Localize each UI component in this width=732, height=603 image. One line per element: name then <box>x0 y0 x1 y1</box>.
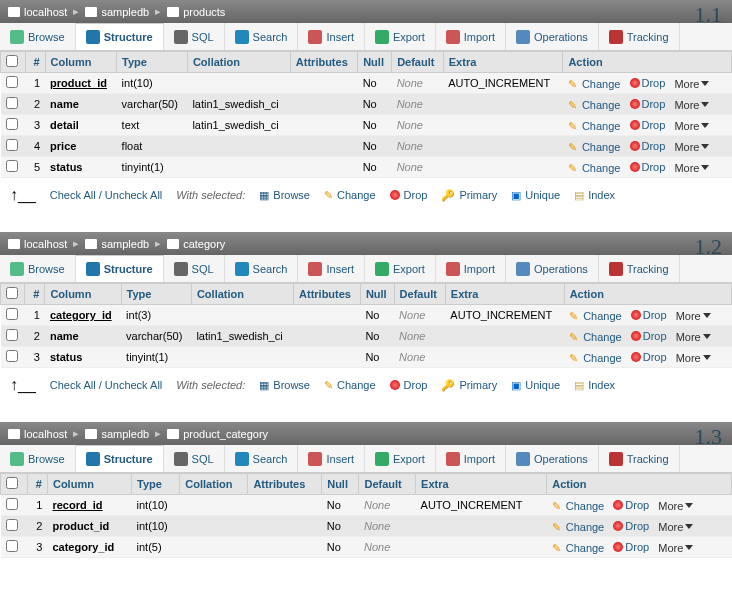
change-button[interactable]: ✎Change <box>568 99 621 111</box>
tab-insert[interactable]: Insert <box>298 23 365 50</box>
drop-button[interactable]: Drop <box>630 140 666 152</box>
tab-tracking[interactable]: Tracking <box>599 23 680 50</box>
row-checkbox[interactable] <box>6 350 18 362</box>
check-all[interactable] <box>6 287 18 299</box>
row-checkbox[interactable] <box>6 139 18 151</box>
check-all[interactable] <box>6 55 18 67</box>
tab-browse[interactable]: Browse <box>0 445 76 472</box>
change-button[interactable]: ✎Change <box>568 141 621 153</box>
footer-unique[interactable]: ▣Unique <box>511 379 560 392</box>
tab-insert[interactable]: Insert <box>298 255 365 282</box>
tab-tracking[interactable]: Tracking <box>599 445 680 472</box>
more-button[interactable]: More <box>658 542 693 554</box>
drop-button[interactable]: Drop <box>613 520 649 532</box>
change-button[interactable]: ✎Change <box>569 310 622 322</box>
footer-primary[interactable]: 🔑Primary <box>441 379 497 392</box>
breadcrumb-link[interactable]: localhost <box>24 238 67 250</box>
drop-button[interactable]: Drop <box>613 499 649 511</box>
more-button[interactable]: More <box>676 352 711 364</box>
drop-button[interactable]: Drop <box>630 77 666 89</box>
row-checkbox[interactable] <box>6 76 18 88</box>
footer-browse[interactable]: ▦Browse <box>259 379 310 392</box>
change-button[interactable]: ✎Change <box>568 78 621 90</box>
check-all[interactable] <box>6 477 18 489</box>
more-button[interactable]: More <box>674 99 709 111</box>
check-all-link[interactable]: Check All / Uncheck All <box>50 379 163 391</box>
col-column[interactable]: Column <box>45 52 116 73</box>
tab-export[interactable]: Export <box>365 23 436 50</box>
tab-insert[interactable]: Insert <box>298 445 365 472</box>
drop-button[interactable]: Drop <box>630 98 666 110</box>
tab-structure[interactable]: Structure <box>76 23 164 50</box>
breadcrumb-link[interactable]: category <box>183 238 225 250</box>
tab-search[interactable]: Search <box>225 255 299 282</box>
footer-change[interactable]: ✎Change <box>324 379 376 392</box>
breadcrumb-link[interactable]: sampledb <box>101 428 149 440</box>
tab-browse[interactable]: Browse <box>0 23 76 50</box>
row-checkbox[interactable] <box>6 97 18 109</box>
row-checkbox[interactable] <box>6 329 18 341</box>
drop-button[interactable]: Drop <box>631 351 667 363</box>
tab-export[interactable]: Export <box>365 255 436 282</box>
more-button[interactable]: More <box>658 521 693 533</box>
row-checkbox[interactable] <box>6 118 18 130</box>
footer-drop[interactable]: Drop <box>390 379 428 391</box>
more-button[interactable]: More <box>674 120 709 132</box>
row-checkbox[interactable] <box>6 498 18 510</box>
row-checkbox[interactable] <box>6 308 18 320</box>
change-button[interactable]: ✎Change <box>569 331 622 343</box>
change-button[interactable]: ✎Change <box>552 521 605 533</box>
breadcrumb-link[interactable]: sampledb <box>101 238 149 250</box>
change-button[interactable]: ✎Change <box>568 120 621 132</box>
tab-import[interactable]: Import <box>436 23 506 50</box>
more-button[interactable]: More <box>658 500 693 512</box>
breadcrumb-link[interactable]: localhost <box>24 6 67 18</box>
footer-primary[interactable]: 🔑Primary <box>441 189 497 202</box>
more-button[interactable]: More <box>674 141 709 153</box>
drop-button[interactable]: Drop <box>630 119 666 131</box>
more-button[interactable]: More <box>674 78 709 90</box>
footer-change[interactable]: ✎Change <box>324 189 376 202</box>
more-button[interactable]: More <box>676 331 711 343</box>
footer-drop[interactable]: Drop <box>390 189 428 201</box>
breadcrumb-link[interactable]: product_category <box>183 428 268 440</box>
footer-index[interactable]: ▤Index <box>574 189 615 202</box>
tab-operations[interactable]: Operations <box>506 445 599 472</box>
tab-structure[interactable]: Structure <box>76 445 164 472</box>
tab-sql[interactable]: SQL <box>164 23 225 50</box>
breadcrumb-link[interactable]: localhost <box>24 428 67 440</box>
tab-search[interactable]: Search <box>225 23 299 50</box>
change-button[interactable]: ✎Change <box>552 500 605 512</box>
tab-export[interactable]: Export <box>365 445 436 472</box>
change-button[interactable]: ✎Change <box>568 162 621 174</box>
col-column[interactable]: Column <box>47 474 131 495</box>
tab-sql[interactable]: SQL <box>164 255 225 282</box>
footer-index[interactable]: ▤Index <box>574 379 615 392</box>
tab-operations[interactable]: Operations <box>506 23 599 50</box>
drop-button[interactable]: Drop <box>613 541 649 553</box>
drop-button[interactable]: Drop <box>630 161 666 173</box>
tab-browse[interactable]: Browse <box>0 255 76 282</box>
row-checkbox[interactable] <box>6 540 18 552</box>
tab-structure[interactable]: Structure <box>76 255 164 282</box>
tab-sql[interactable]: SQL <box>164 445 225 472</box>
tab-search[interactable]: Search <box>225 445 299 472</box>
check-all-link[interactable]: Check All / Uncheck All <box>50 189 163 201</box>
tab-operations[interactable]: Operations <box>506 255 599 282</box>
change-button[interactable]: ✎Change <box>569 352 622 364</box>
more-button[interactable]: More <box>676 310 711 322</box>
tab-import[interactable]: Import <box>436 255 506 282</box>
footer-unique[interactable]: ▣Unique <box>511 189 560 202</box>
drop-button[interactable]: Drop <box>631 309 667 321</box>
col-column[interactable]: Column <box>45 284 121 305</box>
breadcrumb-link[interactable]: sampledb <box>101 6 149 18</box>
breadcrumb-link[interactable]: products <box>183 6 225 18</box>
footer-browse[interactable]: ▦Browse <box>259 189 310 202</box>
row-checkbox[interactable] <box>6 160 18 172</box>
drop-button[interactable]: Drop <box>631 330 667 342</box>
more-button[interactable]: More <box>674 162 709 174</box>
tab-tracking[interactable]: Tracking <box>599 255 680 282</box>
tab-import[interactable]: Import <box>436 445 506 472</box>
change-button[interactable]: ✎Change <box>552 542 605 554</box>
row-checkbox[interactable] <box>6 519 18 531</box>
